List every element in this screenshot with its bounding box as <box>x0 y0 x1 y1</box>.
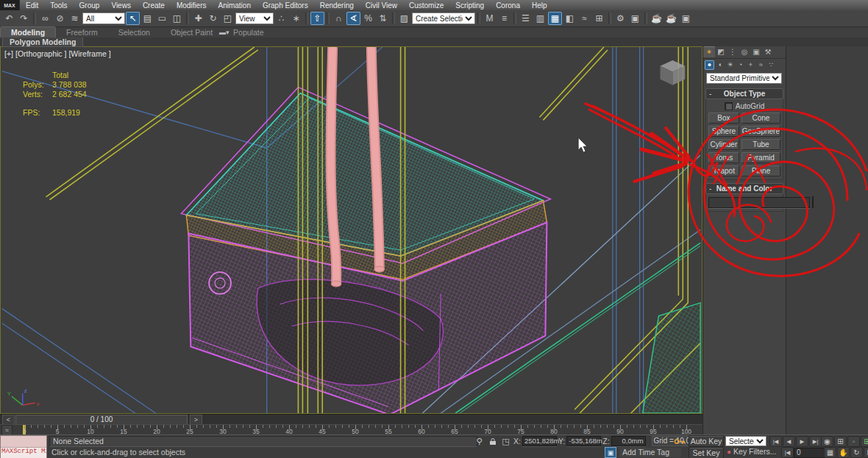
object-type-button[interactable]: Sphere <box>708 126 739 137</box>
menu-item[interactable]: Customize <box>403 1 449 10</box>
select-and-link-icon[interactable]: ∞ <box>38 12 52 25</box>
redo-icon[interactable]: ↷ <box>17 12 31 25</box>
select-and-manipulate-icon[interactable]: ∗ <box>289 12 303 25</box>
curve-editor-icon[interactable]: ≈ <box>577 12 591 25</box>
viewport[interactable]: Y z x [+] [Orthographic ] [Wireframe ] T… <box>0 46 702 414</box>
named-selection-set-dropdown[interactable]: Create Selection Se <box>412 12 475 24</box>
pan-icon[interactable]: ✋ <box>837 447 850 458</box>
object-type-button[interactable]: Pyramid <box>741 152 780 163</box>
object-type-button[interactable]: Plane <box>741 165 780 176</box>
next-frame-button[interactable]: > <box>190 415 202 425</box>
selection-filter-dropdown[interactable]: All <box>82 12 125 24</box>
key-filter-icon[interactable]: ● <box>727 448 731 456</box>
render-setup-icon[interactable]: ⚙ <box>613 12 627 25</box>
go-to-start-icon[interactable]: |◀ <box>769 436 782 447</box>
zoom-extents-icon[interactable]: ◉ <box>821 436 833 447</box>
zoom-extents-selected-icon[interactable]: ▫ <box>847 436 860 447</box>
align-icon[interactable]: ≡ <box>497 12 511 25</box>
add-time-tag-button[interactable]: Add Time Tag <box>619 448 681 457</box>
undo-icon[interactable]: ↶ <box>2 12 16 25</box>
selection-set-key-dropdown[interactable]: Selected <box>725 436 766 446</box>
utilities-tab-icon[interactable]: ⚒ <box>762 46 774 57</box>
play-icon[interactable]: ▶ <box>796 436 808 447</box>
maxscript-listener-pink-area[interactable] <box>1 436 46 448</box>
select-by-name-icon[interactable]: ▤ <box>140 12 154 25</box>
key-filters-button[interactable]: Key Filters... <box>733 447 779 457</box>
motion-tab-icon[interactable]: ◎ <box>739 46 750 57</box>
object-type-button[interactable]: Cone <box>741 112 780 124</box>
menu-item[interactable]: Modifiers <box>171 1 213 10</box>
primitive-category-dropdown[interactable]: Standard Primitives <box>706 73 782 84</box>
menu-item[interactable]: Animation <box>212 1 256 10</box>
ribbon-toggle-icon[interactable]: ▥ <box>533 12 547 25</box>
object-name-input[interactable] <box>708 197 810 208</box>
frame-number-input[interactable]: 0 <box>794 448 828 458</box>
edit-named-selection-icon[interactable]: ▨ <box>397 12 411 25</box>
absolute-mode-icon[interactable]: ◳ <box>500 436 511 446</box>
menu-item[interactable]: Create <box>137 1 171 10</box>
layer-manager-icon[interactable]: ☰ <box>519 12 533 25</box>
scene-explorer-icon[interactable]: ▦ <box>548 12 562 25</box>
window-crossing-icon[interactable]: ◫ <box>170 12 184 25</box>
snap-toggle-icon[interactable]: ∩ <box>332 12 346 25</box>
shapes-category-icon[interactable]: ◖ <box>715 60 725 70</box>
use-pivot-center-icon[interactable]: ∴ <box>274 12 288 25</box>
mirror-icon[interactable]: M <box>483 12 497 25</box>
object-color-swatch[interactable] <box>812 196 814 208</box>
lights-category-icon[interactable]: ☀ <box>725 60 735 70</box>
time-slider[interactable]: < 0 / 100 > <box>0 414 702 424</box>
previous-key-icon[interactable]: |◀ <box>781 447 794 458</box>
object-type-button[interactable]: Cylinder <box>708 139 739 150</box>
rendered-frame-window-icon[interactable]: ▣ <box>628 12 642 25</box>
percent-snap-icon[interactable]: % <box>361 12 375 25</box>
bind-to-space-warp-icon[interactable]: ≋ <box>68 12 82 25</box>
menu-item[interactable]: Graph Editors <box>257 1 314 10</box>
object-type-button[interactable]: Tube <box>741 139 780 150</box>
viewport-canvas[interactable]: Y z x <box>1 47 702 413</box>
object-type-button[interactable]: Box <box>708 112 739 124</box>
render-production-icon[interactable]: ☕ <box>650 12 664 25</box>
viewport-shading-menu[interactable]: [Wireframe ] <box>68 49 110 58</box>
ribbon-tab[interactable]: Freeform <box>56 27 108 37</box>
x-coordinate-field[interactable]: 2501,828m <box>522 436 557 446</box>
zoom-all-icon[interactable]: ⊞ <box>834 436 847 447</box>
modify-tab-icon[interactable]: ◩ <box>715 46 727 57</box>
time-configuration-icon[interactable]: ▦ <box>824 447 836 458</box>
object-type-button[interactable]: Torus <box>708 152 739 163</box>
menu-item[interactable]: Tools <box>44 1 73 10</box>
time-slider-handle[interactable]: 0 / 100 <box>15 415 188 425</box>
app-logo[interactable]: MAX <box>0 0 20 10</box>
polygon-modeling-panel-tab[interactable]: Polygon Modeling <box>2 37 83 47</box>
previous-frame-button[interactable]: < <box>2 415 15 425</box>
go-to-end-icon[interactable]: ▶| <box>809 436 822 447</box>
spacewarps-category-icon[interactable]: ≈ <box>756 60 766 70</box>
viewcube[interactable] <box>660 60 685 85</box>
select-object-icon[interactable]: ↖ <box>126 12 140 25</box>
menu-item[interactable]: Views <box>105 1 137 10</box>
previous-frame-icon[interactable]: ◀ <box>783 436 795 447</box>
geometry-category-icon[interactable]: ● <box>705 60 714 70</box>
auto-key-button[interactable]: Auto Key <box>689 435 724 447</box>
menu-item[interactable]: Help <box>526 1 553 10</box>
track-ruler[interactable]: 0510152025303540455055606570758085909510… <box>0 424 702 434</box>
maxscript-mini-listener[interactable]: MAXScript Mi <box>0 435 47 458</box>
select-and-scale-icon[interactable]: ◰ <box>221 12 235 25</box>
menu-item[interactable]: Group <box>74 1 106 10</box>
autogrid-checkbox[interactable] <box>725 102 733 110</box>
systems-category-icon[interactable]: ∵ <box>766 60 776 70</box>
maxscript-listener-text[interactable]: MAXScript Mi <box>1 448 46 458</box>
orbit-icon[interactable]: ↻ <box>850 447 863 458</box>
viewport-general-menu[interactable]: [+] <box>4 49 13 58</box>
render-iterative-icon[interactable]: ☕ <box>664 12 678 25</box>
menu-item[interactable]: Civil View <box>360 1 403 10</box>
material-editor-icon[interactable]: ◧ <box>563 12 577 25</box>
render-last-icon[interactable]: ▣ <box>679 12 693 25</box>
menu-item[interactable]: Edit <box>20 1 44 10</box>
maximize-viewport-icon[interactable]: ⊡ <box>864 447 868 458</box>
helpers-category-icon[interactable]: + <box>746 60 755 70</box>
unlink-selection-icon[interactable]: ⊘ <box>53 12 67 25</box>
name-color-rollout-header[interactable]: - Name and Color <box>705 183 783 194</box>
object-type-button[interactable]: Teapot <box>708 165 739 176</box>
angle-snap-icon[interactable]: ∢ <box>346 12 360 25</box>
time-tag-icon[interactable]: ▣ <box>605 447 616 458</box>
